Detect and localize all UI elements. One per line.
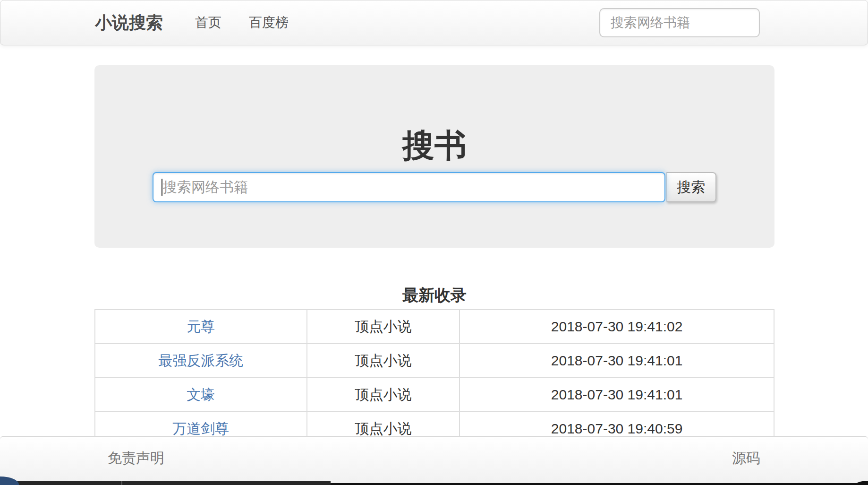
table-row: 文壕 顶点小说 2018-07-30 19:41:01 (95, 378, 774, 412)
search-button[interactable]: 搜索 (666, 172, 716, 202)
navbar-search-input[interactable] (599, 8, 760, 37)
latest-section-heading: 最新收录 (94, 285, 774, 306)
nav-item-baidu-rank[interactable]: 百度榜 (249, 14, 289, 32)
book-time: 2018-07-30 19:41:01 (460, 378, 774, 412)
disclaimer-link[interactable]: 免责声明 (108, 449, 164, 468)
dock-bar (0, 481, 331, 485)
book-time: 2018-07-30 19:41:02 (460, 310, 774, 344)
dock-edge-line (331, 483, 868, 485)
book-link[interactable]: 最强反派系统 (158, 353, 243, 368)
hero-panel: 搜书 搜索 (94, 65, 774, 248)
source-code-link[interactable]: 源码 (732, 449, 760, 468)
book-source: 顶点小说 (307, 344, 460, 378)
book-link[interactable]: 文壕 (187, 387, 215, 402)
book-source: 顶点小说 (307, 378, 460, 412)
book-time: 2018-07-30 19:41:01 (460, 344, 774, 378)
hero-title: 搜书 (94, 128, 774, 163)
book-link[interactable]: 元尊 (187, 319, 215, 334)
navbar-search-form (599, 8, 760, 37)
dock-divider (121, 481, 122, 485)
top-navbar: 小说搜索 首页 百度榜 (0, 0, 868, 45)
nav-item-home[interactable]: 首页 (195, 14, 221, 32)
brand-title[interactable]: 小说搜索 (95, 11, 163, 35)
latest-books-table: 元尊 顶点小说 2018-07-30 19:41:02 最强反派系统 顶点小说 … (94, 309, 774, 446)
table-row: 最强反派系统 顶点小说 2018-07-30 19:41:01 (95, 344, 774, 378)
book-link[interactable]: 万道剑尊 (172, 421, 229, 436)
hero-search-form: 搜索 (153, 172, 716, 202)
text-cursor (162, 179, 162, 196)
footer-bar: 免责声明 源码 (0, 436, 868, 485)
hero-search-input[interactable] (153, 172, 665, 202)
book-source: 顶点小说 (307, 310, 460, 344)
table-row: 元尊 顶点小说 2018-07-30 19:41:02 (95, 310, 774, 344)
